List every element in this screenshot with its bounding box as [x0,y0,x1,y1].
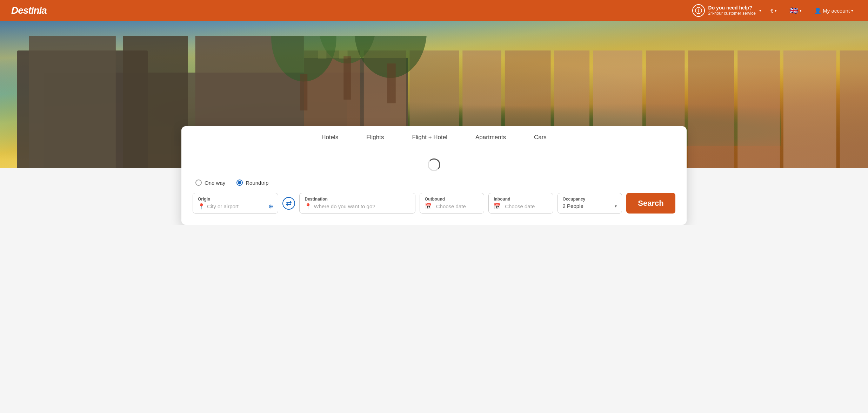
occupancy-select[interactable]: 1 Person 2 People 3 People 4 People 5 Pe… [563,203,611,209]
language-chevron-icon: ▾ [800,8,802,13]
help-button[interactable]: Do you need help? 24-hour customer servi… [692,4,761,17]
search-fields-row: Origin 📍 ⊕ Destination 📍 [181,193,687,214]
account-chevron-icon: ▾ [851,8,853,13]
svg-rect-36 [29,36,115,168]
trip-type-group: One way Roundtrip [181,174,687,193]
origin-input[interactable] [207,203,266,209]
my-account-button[interactable]: 👤 My account ▾ [811,5,857,16]
svg-rect-58 [387,63,396,103]
tab-flight-hotel[interactable]: Flight + Hotel [398,126,461,150]
navigation-tabs: Hotels Flights Flight + Hotel Apartments… [181,126,687,150]
occupancy-chevron-icon: ▾ [615,204,617,209]
currency-label: € [770,8,773,14]
swap-button[interactable] [282,197,295,210]
tab-flights[interactable]: Flights [352,126,398,150]
inbound-field[interactable]: Inbound 📅 Choose date [488,193,553,214]
origin-field: Origin 📍 ⊕ [193,193,278,214]
one-way-radio[interactable] [195,180,202,186]
destination-label: Destination [305,197,410,202]
person-icon: 👤 [814,7,821,14]
main-header: Destinia Do you need help? 24-hour custo… [0,0,868,21]
outbound-date-value[interactable]: Choose date [436,203,479,209]
occupancy-label: Occupancy [563,197,617,202]
svg-rect-56 [300,74,308,110]
search-container: Hotels Flights Flight + Hotel Apartments… [174,126,694,225]
roundtrip-radio[interactable] [236,180,243,186]
loading-area [181,150,687,174]
destination-field: Destination 📍 [299,193,415,214]
origin-input-row: 📍 ⊕ [198,203,273,210]
search-box: Hotels Flights Flight + Hotel Apartments… [181,126,687,225]
flag-icon: 🇬🇧 [789,6,798,15]
help-chevron-icon: ▾ [759,8,761,13]
svg-rect-10 [737,50,780,168]
header-right: Do you need help? 24-hour customer servi… [692,4,857,17]
currency-dropdown[interactable]: € ▾ [767,6,780,16]
outbound-input-row: 📅 Choose date [425,203,479,210]
currency-chevron-icon: ▾ [775,8,777,13]
my-account-label: My account [823,8,850,14]
outbound-field[interactable]: Outbound 📅 Choose date [420,193,484,214]
one-way-option[interactable]: One way [195,180,225,186]
inbound-input-row: 📅 Choose date [494,203,548,210]
gps-icon[interactable]: ⊕ [268,203,273,210]
destination-input[interactable] [314,203,410,209]
help-icon [692,4,705,17]
language-dropdown[interactable]: 🇬🇧 ▾ [786,4,805,17]
destination-input-row: 📍 [305,203,410,210]
svg-rect-9 [688,50,734,168]
tab-cars[interactable]: Cars [520,126,561,150]
location-icon: 📍 [198,203,205,210]
occupancy-field: Occupancy 1 Person 2 People 3 People 4 P… [557,193,622,214]
search-button[interactable]: Search [626,193,675,214]
destination-location-icon: 📍 [305,203,312,210]
tab-hotels[interactable]: Hotels [307,126,352,150]
tab-apartments[interactable]: Apartments [461,126,520,150]
loading-spinner [428,158,440,171]
outbound-calendar-icon: 📅 [425,203,432,210]
outbound-label: Outbound [425,197,479,202]
svg-rect-12 [840,50,868,168]
svg-rect-57 [343,56,351,100]
origin-label: Origin [198,197,273,202]
inbound-date-value[interactable]: Choose date [505,203,548,209]
svg-rect-11 [783,50,836,168]
inbound-label: Inbound [494,197,548,202]
logo[interactable]: Destinia [11,5,47,16]
roundtrip-option[interactable]: Roundtrip [236,180,268,186]
inbound-calendar-icon: 📅 [494,203,501,210]
occupancy-input-row: 1 Person 2 People 3 People 4 People 5 Pe… [563,203,617,209]
help-text: Do you need help? 24-hour customer servi… [708,5,756,16]
